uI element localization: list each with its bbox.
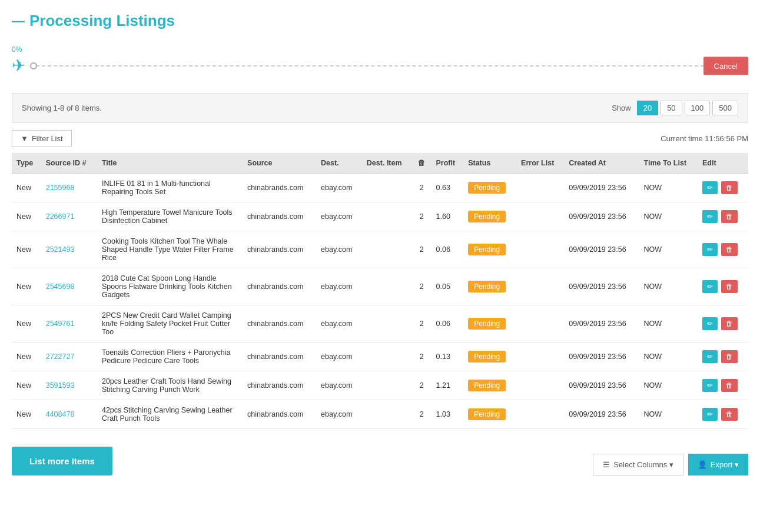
cell-type: New <box>12 202 41 231</box>
source-id-link[interactable]: 4408478 <box>46 410 75 418</box>
cell-status: Pending <box>463 174 516 202</box>
col-trash: 🗑 <box>412 153 432 174</box>
delete-button[interactable]: 🗑 <box>721 350 738 363</box>
data-table: Type Source ID # Title Source Dest. Dest… <box>12 153 748 429</box>
source-id-link[interactable]: 2545698 <box>46 282 75 291</box>
cell-created-at: 09/09/2019 23:56 <box>564 268 639 305</box>
edit-button[interactable]: ✏ <box>702 280 718 293</box>
edit-button[interactable]: ✏ <box>702 408 718 421</box>
source-id-link[interactable]: 2722727 <box>46 353 75 361</box>
export-icon: 👤 <box>698 460 707 469</box>
cell-created-at: 09/09/2019 23:56 <box>564 371 639 400</box>
cell-source-id[interactable]: 3591593 <box>41 371 97 400</box>
cell-trash: 2 <box>412 400 432 429</box>
cell-source-id[interactable]: 2549761 <box>41 305 97 343</box>
delete-button[interactable]: 🗑 <box>721 243 738 256</box>
cell-created-at: 09/09/2019 23:56 <box>564 231 639 268</box>
edit-button[interactable]: ✏ <box>702 210 718 223</box>
progress-area: 0% ✈ 📍 Cancel <box>12 39 748 81</box>
source-id-link[interactable]: 2549761 <box>46 320 75 328</box>
cell-time-to-list: NOW <box>639 371 698 400</box>
cell-dest: ebay.com <box>316 231 362 268</box>
edit-button[interactable]: ✏ <box>702 350 718 363</box>
show-100-button[interactable]: 100 <box>685 101 711 115</box>
cell-edit: ✏ 🗑 <box>698 202 748 231</box>
edit-button[interactable]: ✏ <box>702 181 718 194</box>
plane-icon: ✈ <box>12 56 25 75</box>
cell-edit: ✏ 🗑 <box>698 343 748 371</box>
cell-error-list <box>516 305 564 343</box>
edit-button[interactable]: ✏ <box>702 379 718 392</box>
cell-dest: ebay.com <box>316 174 362 202</box>
cell-dest: ebay.com <box>316 400 362 429</box>
cell-dest-item <box>362 371 412 400</box>
export-label: Export ▾ <box>711 460 739 469</box>
export-button[interactable]: 👤 Export ▾ <box>688 454 748 476</box>
cell-source: chinabrands.com <box>243 231 316 268</box>
select-columns-button[interactable]: ☰ Select Columns ▾ <box>593 454 683 476</box>
delete-button[interactable]: 🗑 <box>721 317 738 330</box>
source-id-link[interactable]: 2521493 <box>46 245 75 254</box>
cell-source-id[interactable]: 2155968 <box>41 174 97 202</box>
cell-trash: 2 <box>412 371 432 400</box>
status-badge: Pending <box>468 318 506 330</box>
cell-status: Pending <box>463 371 516 400</box>
cell-type: New <box>12 231 41 268</box>
cancel-button[interactable]: Cancel <box>703 56 748 75</box>
source-id-link[interactable]: 2155968 <box>46 184 75 192</box>
delete-button[interactable]: 🗑 <box>721 379 738 392</box>
cell-title: 2PCS New Credit Card Wallet Camping kn/f… <box>97 305 243 343</box>
cell-status: Pending <box>463 400 516 429</box>
edit-button[interactable]: ✏ <box>702 317 718 330</box>
bottom-right-actions: ☰ Select Columns ▾ 👤 Export ▾ <box>593 454 748 476</box>
show-20-button[interactable]: 20 <box>637 101 658 115</box>
list-more-button[interactable]: List more Items <box>12 447 112 476</box>
cell-type: New <box>12 174 41 202</box>
col-time-to-list: Time To List <box>639 153 698 174</box>
cell-title: Cooking Tools Kitchen Tool The Whale Sha… <box>97 231 243 268</box>
filter-list-label: Filter List <box>32 134 63 143</box>
cell-source-id[interactable]: 4408478 <box>41 400 97 429</box>
cell-error-list <box>516 371 564 400</box>
status-badge: Pending <box>468 211 506 222</box>
filter-list-button[interactable]: ▼ Filter List <box>12 130 72 147</box>
cell-dest: ebay.com <box>316 202 362 231</box>
edit-button[interactable]: ✏ <box>702 243 718 256</box>
source-id-link[interactable]: 3591593 <box>46 381 75 390</box>
delete-button[interactable]: 🗑 <box>721 280 738 293</box>
delete-button[interactable]: 🗑 <box>721 181 738 194</box>
bottom-bar: List more Items ☰ Select Columns ▾ 👤 Exp… <box>12 447 748 476</box>
cell-dest: ebay.com <box>316 268 362 305</box>
cell-status: Pending <box>463 343 516 371</box>
cell-created-at: 09/09/2019 23:56 <box>564 343 639 371</box>
cell-source-id[interactable]: 2545698 <box>41 268 97 305</box>
delete-button[interactable]: 🗑 <box>721 408 738 421</box>
cell-type: New <box>12 400 41 429</box>
source-id-link[interactable]: 2266971 <box>46 212 75 221</box>
cell-edit: ✏ 🗑 <box>698 174 748 202</box>
cell-source-id[interactable]: 2521493 <box>41 231 97 268</box>
cell-source: chinabrands.com <box>243 174 316 202</box>
cell-profit: 1.60 <box>432 202 464 231</box>
cell-source-id[interactable]: 2722727 <box>41 343 97 371</box>
cell-created-at: 09/09/2019 23:56 <box>564 174 639 202</box>
select-columns-label: Select Columns ▾ <box>613 460 673 469</box>
cell-source-id[interactable]: 2266971 <box>41 202 97 231</box>
show-500-button[interactable]: 500 <box>712 101 738 115</box>
cell-created-at: 09/09/2019 23:56 <box>564 305 639 343</box>
cell-time-to-list: NOW <box>639 305 698 343</box>
columns-icon: ☰ <box>603 460 610 469</box>
cell-dest-item <box>362 400 412 429</box>
cell-title: 42pcs Stitching Carving Sewing Leather C… <box>97 400 243 429</box>
cell-status: Pending <box>463 202 516 231</box>
delete-button[interactable]: 🗑 <box>721 210 738 223</box>
col-status: Status <box>463 153 516 174</box>
status-badge: Pending <box>468 244 506 255</box>
cell-time-to-list: NOW <box>639 174 698 202</box>
cell-dest-item <box>362 343 412 371</box>
show-options: Show 20 50 100 500 <box>612 101 738 115</box>
table-row: New 2521493 Cooking Tools Kitchen Tool T… <box>12 231 748 268</box>
cell-trash: 2 <box>412 268 432 305</box>
show-50-button[interactable]: 50 <box>661 101 682 115</box>
cell-source: chinabrands.com <box>243 305 316 343</box>
